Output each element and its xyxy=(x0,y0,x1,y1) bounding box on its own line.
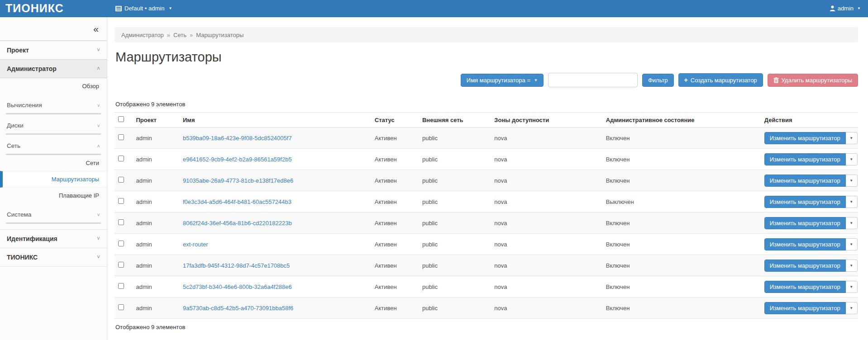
delete-routers-button[interactable]: Удалить маршрутизаторы xyxy=(768,74,858,87)
edit-router-button[interactable]: Изменить маршрутизатор xyxy=(764,217,846,229)
edit-router-dropdown-toggle[interactable]: ▼ xyxy=(846,196,858,208)
row-checkbox[interactable] xyxy=(118,219,124,225)
router-name-link[interactable]: ext-router xyxy=(183,241,208,248)
edit-router-dropdown-toggle[interactable]: ▼ xyxy=(846,302,858,314)
cell-admin-state: Включен xyxy=(602,276,761,298)
edit-router-button[interactable]: Изменить маршрутизатор xyxy=(764,302,846,314)
sidebar-item-system[interactable]: Система ˅ xyxy=(6,206,101,224)
edit-router-button[interactable]: Изменить маршрутизатор xyxy=(764,196,846,208)
cell-external-network: public xyxy=(419,212,491,234)
chevron-down-icon: ˅ xyxy=(97,236,100,242)
chevron-down-icon: ˅ xyxy=(97,123,100,128)
sidebar-item-identity[interactable]: Идентификация ˅ xyxy=(0,229,107,248)
cell-availability-zones: nova xyxy=(491,149,602,170)
filter-button[interactable]: Фильтр xyxy=(642,74,674,87)
row-actions: Изменить маршрутизатор ▼ xyxy=(764,217,858,229)
cell-status: Активен xyxy=(371,276,419,298)
sidebar-item-volumes[interactable]: Диски ˅ xyxy=(6,117,101,135)
row-checkbox[interactable] xyxy=(118,241,124,246)
router-name-link[interactable]: 17fa3dfb-945f-4312-98d7-4c57e1708bc5 xyxy=(183,262,290,269)
table-row: admin ext-router Активен public nova Вкл… xyxy=(114,234,858,255)
context-switcher[interactable]: Default • admin ▼ xyxy=(107,5,172,12)
row-actions: Изменить маршрутизатор ▼ xyxy=(764,281,858,293)
row-checkbox[interactable] xyxy=(118,198,124,204)
row-actions: Изменить маршрутизатор ▼ xyxy=(764,132,858,144)
sidebar-item-tionix[interactable]: ТИОНИКС ˅ xyxy=(0,248,107,266)
edit-router-button[interactable]: Изменить маршрутизатор xyxy=(764,132,846,144)
edit-router-dropdown-toggle[interactable]: ▼ xyxy=(846,260,858,272)
cell-admin-state: Включен xyxy=(602,298,761,319)
row-checkbox[interactable] xyxy=(118,283,124,289)
table-row: admin f0e3c3d4-a5d6-464f-b481-60ac557244… xyxy=(114,191,858,212)
cell-project: admin xyxy=(132,149,179,170)
router-name-link[interactable]: 5c2d73bf-b340-46e6-800b-32a6a4f288e6 xyxy=(183,283,292,290)
sidebar-item-routers[interactable]: Маршрутизаторы xyxy=(0,171,107,188)
sidebar-collapse-icon[interactable]: « xyxy=(93,24,99,33)
caret-down-icon: ▼ xyxy=(534,78,538,82)
cell-status: Активен xyxy=(371,255,419,276)
edit-router-dropdown-toggle[interactable]: ▼ xyxy=(846,217,858,229)
edit-router-button[interactable]: Изменить маршрутизатор xyxy=(764,153,846,165)
edit-router-button[interactable]: Изменить маршрутизатор xyxy=(764,260,846,272)
router-name-link[interactable]: 9a5730ab-c8d5-42b5-a470-73091bba58f6 xyxy=(183,305,293,312)
column-header-availability-zones: Зоны доступности xyxy=(491,113,602,128)
edit-router-dropdown-toggle[interactable]: ▼ xyxy=(846,238,858,250)
sidebar-item-floating-ips[interactable]: Плавающие IP xyxy=(0,188,107,203)
edit-router-button[interactable]: Изменить маршрутизатор xyxy=(764,175,846,187)
edit-router-dropdown-toggle[interactable]: ▼ xyxy=(846,132,858,144)
edit-router-dropdown-toggle[interactable]: ▼ xyxy=(846,175,858,187)
cell-availability-zones: nova xyxy=(491,276,602,298)
column-header-actions: Действия xyxy=(761,113,858,128)
router-name-link[interactable]: 91035abe-26a9-4773-81cb-e138f17ed8e6 xyxy=(183,177,293,184)
create-router-button[interactable]: + Создать маршрутизатор xyxy=(678,73,763,87)
edit-router-dropdown-toggle[interactable]: ▼ xyxy=(846,281,858,293)
sidebar-item-networks[interactable]: Сети xyxy=(0,155,107,171)
cell-availability-zones: nova xyxy=(491,255,602,276)
router-name-link[interactable]: f0e3c3d4-a5d6-464f-b481-60ac557244b3 xyxy=(183,198,291,205)
cell-project: admin xyxy=(132,170,179,191)
filter-input[interactable] xyxy=(548,73,638,87)
app-logo: ТИОНИКС xyxy=(0,2,107,15)
row-actions: Изменить маршрутизатор ▼ xyxy=(764,196,858,208)
row-checkbox[interactable] xyxy=(118,262,124,268)
router-name-link[interactable]: e9641652-9cb9-4ef2-b2a9-86561a59f2b5 xyxy=(183,156,292,163)
row-checkbox[interactable] xyxy=(118,156,124,161)
router-name-link[interactable]: b539ba09-18a6-423e-9f08-5dc8524005f7 xyxy=(183,135,292,142)
sidebar-item-overview[interactable]: Обзор xyxy=(0,78,107,94)
user-menu[interactable]: admin ▼ xyxy=(830,5,868,12)
sidebar: « Проект ˅ Администратор ˄ Обзор Вычисле… xyxy=(0,17,107,340)
page-title: Маршрутизаторы xyxy=(115,50,858,65)
row-checkbox[interactable] xyxy=(118,177,124,183)
cell-availability-zones: nova xyxy=(491,234,602,255)
edit-router-dropdown-toggle[interactable]: ▼ xyxy=(846,153,858,165)
column-header-project: Проект xyxy=(132,113,179,128)
breadcrumb: Администратор » Сеть » Маршрутизаторы xyxy=(114,27,858,42)
row-checkbox[interactable] xyxy=(118,304,124,310)
caret-down-icon: ▼ xyxy=(849,157,853,161)
sidebar-item-admin[interactable]: Администратор ˄ xyxy=(0,59,107,78)
breadcrumb-separator: » xyxy=(167,32,170,38)
cell-admin-state: Включен xyxy=(602,170,761,191)
filter-field-dropdown[interactable]: Имя маршрутизатора = ▼ xyxy=(461,74,544,87)
items-count-top: Отображено 9 элементов xyxy=(115,101,858,108)
caret-down-icon: ▼ xyxy=(857,6,861,10)
edit-router-button[interactable]: Изменить маршрутизатор xyxy=(764,281,846,293)
sidebar-header: « xyxy=(0,17,107,41)
row-actions: Изменить маршрутизатор ▼ xyxy=(764,302,858,314)
caret-down-icon: ▼ xyxy=(849,179,853,183)
router-table-body: admin b539ba09-18a6-423e-9f08-5dc8524005… xyxy=(114,128,858,319)
row-checkbox[interactable] xyxy=(118,134,124,140)
breadcrumb-item-routers: Маршрутизаторы xyxy=(196,32,243,38)
select-all-checkbox[interactable] xyxy=(118,116,124,122)
sidebar-item-network[interactable]: Сеть ˄ xyxy=(6,137,101,155)
edit-router-button[interactable]: Изменить маршрутизатор xyxy=(764,238,846,250)
cell-availability-zones: nova xyxy=(491,191,602,212)
cell-project: admin xyxy=(132,298,179,319)
cell-project: admin xyxy=(132,191,179,212)
cell-external-network: public xyxy=(419,255,491,276)
sidebar-item-compute[interactable]: Вычисления ˅ xyxy=(6,97,101,114)
sidebar-item-project[interactable]: Проект ˅ xyxy=(0,41,107,59)
router-name-link[interactable]: 8062f24d-36ef-456a-81b6-cd220182223b xyxy=(183,220,292,227)
cell-admin-state: Включен xyxy=(602,255,761,276)
routers-table: Проект Имя Статус Внешняя сеть Зоны дост… xyxy=(114,112,858,319)
